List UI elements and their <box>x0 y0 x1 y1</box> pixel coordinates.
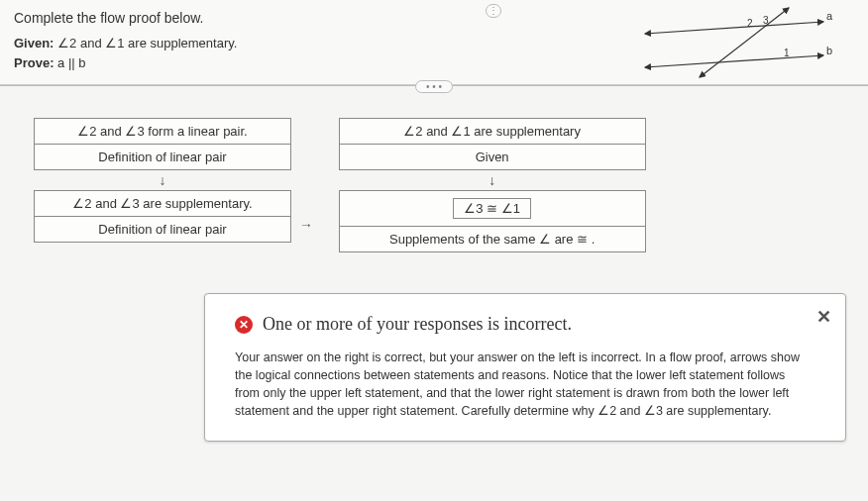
statement-right-2: ∠3 ≅ ∠1 <box>340 191 645 227</box>
statement-left-1: ∠2 and ∠3 form a linear pair. <box>35 119 290 145</box>
statement-left-2: ∠2 and ∠3 are supplementary. <box>35 191 290 217</box>
svg-line-1 <box>645 55 823 67</box>
diagram-angle-2: 2 <box>747 18 753 29</box>
prove-text: a || b <box>57 55 85 70</box>
diagram-label-b: b <box>826 45 832 56</box>
reason-dropdown-left-2[interactable]: Definition of linear pair <box>35 217 290 242</box>
reason-right-2: Supplements of the same ∠ are ≅ . <box>340 227 645 251</box>
svg-line-0 <box>645 22 823 34</box>
given-label: Given: <box>14 36 54 50</box>
feedback-body: Your answer on the right is correct, but… <box>235 349 800 421</box>
reason-dropdown-right-1[interactable]: Given <box>340 145 645 169</box>
section-collapse[interactable]: • • • <box>0 86 868 100</box>
diagram-angle-1: 1 <box>784 48 790 58</box>
feedback-title: One or more of your responses is incorre… <box>263 314 572 335</box>
statement-dropdown-right-2[interactable]: ∠3 ≅ ∠1 <box>453 198 531 219</box>
geometry-diagram: a b 2 3 1 <box>630 6 838 85</box>
feedback-panel: ✕ ✕ One or more of your responses is inc… <box>204 293 846 442</box>
arrow-down-icon: ↓ <box>339 170 646 190</box>
flow-box-left-1: ∠2 and ∠3 form a linear pair. Definition… <box>34 118 291 170</box>
close-icon[interactable]: ✕ <box>816 306 831 328</box>
prove-label: Prove: <box>14 55 54 70</box>
svg-line-2 <box>700 8 789 77</box>
reason-dropdown-left-1[interactable]: Definition of linear pair <box>35 145 290 169</box>
flow-box-left-2: ∠2 and ∠3 are supplementary. Definition … <box>34 190 291 243</box>
given-text: ∠2 and ∠1 are supplementary. <box>57 36 237 50</box>
arrow-down-icon: ↓ <box>34 170 291 190</box>
feedback-heading: ✕ One or more of your responses is incor… <box>235 314 800 335</box>
flow-box-right-1: ∠2 and ∠1 are supplementary Given <box>339 118 646 170</box>
flow-proof-area: ∠2 and ∠3 form a linear pair. Definition… <box>0 100 868 262</box>
statement-right-1: ∠2 and ∠1 are supplementary <box>340 119 645 145</box>
error-icon: ✕ <box>235 316 253 334</box>
collapse-toggle-icon[interactable]: ⋮ <box>486 4 501 18</box>
diagram-label-a: a <box>826 10 833 22</box>
flow-box-right-2: ∠3 ≅ ∠1 Supplements of the same ∠ are ≅ … <box>339 190 646 252</box>
flow-column-right: ∠2 and ∠1 are supplementary Given ↓ ∠3 ≅… <box>339 118 646 252</box>
arrow-right-icon: → <box>299 217 313 233</box>
diagram-angle-3: 3 <box>763 15 769 26</box>
flow-column-left: ∠2 and ∠3 form a linear pair. Definition… <box>34 118 291 243</box>
